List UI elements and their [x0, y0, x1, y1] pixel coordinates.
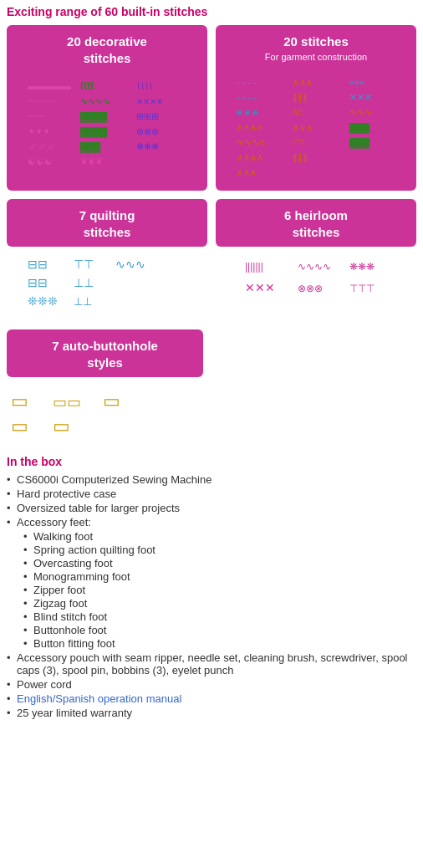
heirloom-card: 6 heirloomstitches: [216, 199, 416, 247]
quilting-icons: ⊟⊟ ⊤⊤ ∿∿∿ ⊟⊟ ⊥⊥ ❊❊❊ ⊥⊥: [7, 252, 207, 321]
svg-text:✕✕✕: ✕✕✕: [349, 92, 372, 102]
svg-text:⊟⊟: ⊟⊟: [28, 276, 48, 289]
decorative-title: 20 decorativestitches: [13, 33, 201, 66]
svg-text:∧∧∧: ∧∧∧: [237, 167, 257, 177]
svg-text:⊥⊥: ⊥⊥: [74, 295, 92, 308]
accessory-feet-list: Walking foot Spring action quilting foot…: [17, 530, 416, 650]
svg-text:▭: ▭: [53, 416, 70, 437]
svg-text:▓▓▓: ▓▓▓: [349, 122, 370, 134]
svg-text:⊞⊞⊞: ⊞⊞⊞: [136, 111, 159, 121]
buttonhole-icons: ▭ ▭▭ ▭ ▭ ▭: [7, 385, 416, 447]
svg-text:⊟⊟: ⊟⊟: [28, 258, 48, 271]
in-the-box-title: In the box: [7, 455, 416, 468]
quilting-card: 7 quiltingstitches: [7, 199, 207, 247]
garment-svg: - - - - - - - - ≡ ≡ ≡ ∧∧∧∧ ∿∿∿∿ ∧∧∧∧ ∧∧∧…: [222, 69, 410, 177]
box-items-list: CS6000i Computerized Sewing Machine Hard…: [7, 473, 416, 719]
heirloom-svg: ||||||| ∿∿∿∿ ❋❋❋ ✕✕✕ ⊗⊗⊗ ⊤⊤⊤: [216, 252, 416, 319]
garment-subtitle: For garment construction: [222, 52, 410, 62]
svg-text:⊥⊥: ⊥⊥: [74, 276, 94, 289]
main-heading: Exciting range of 60 built-in stitches: [7, 5, 416, 18]
box-item-accessory-feet: Accessory feet: Walking foot Spring acti…: [7, 516, 416, 650]
svg-text:∿∿∿: ∿∿∿: [115, 258, 145, 271]
bottom-stitch-grid: 7 quiltingstitches ⊟⊟ ⊤⊤ ∿∿∿ ⊟⊟ ⊥⊥ ❊❊❊ ⊥…: [7, 199, 416, 321]
svg-text:∥∥∥: ∥∥∥: [293, 92, 308, 103]
svg-text:▓▓▓▓: ▓▓▓▓: [80, 126, 108, 138]
svg-text:▓▓▓: ▓▓▓: [349, 137, 370, 149]
svg-text:⌭⌭⌭: ⌭⌭⌭: [28, 141, 56, 151]
heirloom-section: 6 heirloomstitches ||||||| ∿∿∿∿ ❋❋❋ ✕✕✕ …: [216, 199, 416, 321]
svg-text:∧∧∧: ∧∧∧: [293, 77, 313, 87]
svg-text:✕✕✕: ✕✕✕: [245, 281, 275, 294]
garment-icons: - - - - - - - - ≡ ≡ ≡ ∧∧∧∧ ∿∿∿∿ ∧∧∧∧ ∧∧∧…: [222, 69, 410, 180]
svg-text:≡ ≡ ≡: ≡ ≡ ≡: [237, 107, 257, 117]
svg-text:∧∧∧∧: ∧∧∧∧: [237, 152, 263, 162]
quilting-svg: ⊟⊟ ⊤⊤ ∿∿∿ ⊟⊟ ⊥⊥ ❊❊❊ ⊥⊥: [7, 252, 207, 319]
foot-spring-action: Spring action quilting foot: [33, 544, 416, 556]
foot-zipper: Zipper foot: [33, 584, 416, 596]
svg-text:⊗⊗⊗: ⊗⊗⊗: [298, 283, 323, 294]
svg-text:▭▭: ▭▭: [53, 394, 81, 411]
svg-text:∿∿∿∿: ∿∿∿∿: [298, 261, 331, 273]
foot-overcasting: Overcasting foot: [33, 557, 416, 569]
foot-button-fitting: Button fitting foot: [33, 637, 416, 650]
svg-text:«««: «««: [349, 77, 364, 87]
svg-text:⊗⊗⊗: ⊗⊗⊗: [136, 126, 159, 136]
decorative-icons: ▬▬▬▬ ℓℓℓℓ ⌇⌇⌇⌇ 〰〰〰 ∿∿∿∿ ✕✕✕✕ ~~~ ▓▓▓▓ ⊞⊞…: [13, 73, 201, 184]
buttonhole-svg: ▭ ▭▭ ▭ ▭ ▭: [7, 385, 174, 444]
page-wrapper: Exciting range of 60 built-in stitches 2…: [0, 0, 423, 726]
svg-text:☯☯☯: ☯☯☯: [28, 156, 53, 166]
foot-walking: Walking foot: [33, 530, 416, 543]
svg-text:∿∿∿∿: ∿∿∿∿: [237, 137, 267, 147]
svg-text:∧∧∧∧: ∧∧∧∧: [237, 122, 263, 132]
svg-text:- - - -: - - - -: [237, 77, 257, 87]
box-item-pouch: Accessory pouch with seam ripper, needle…: [7, 651, 416, 677]
svg-text:⊤⊤⊤: ⊤⊤⊤: [349, 283, 375, 294]
svg-text:✕✕✕✕: ✕✕✕✕: [136, 97, 163, 106]
buttonhole-card: 7 auto-buttonholestyles: [7, 329, 203, 377]
garment-title: 20 stitches: [222, 33, 410, 50]
svg-text:▭: ▭: [11, 391, 28, 411]
quilting-title: 7 quiltingstitches: [13, 207, 201, 240]
box-item-manual: English/Spanish operation manual: [7, 692, 416, 705]
svg-text:▭: ▭: [103, 391, 120, 411]
svg-text:/""\: /""\: [293, 137, 305, 147]
svg-text:✦✦✦: ✦✦✦: [28, 126, 50, 136]
svg-text:❦❦❦: ❦❦❦: [80, 156, 103, 166]
svg-text:▬▬▬▬: ▬▬▬▬: [28, 79, 71, 92]
box-item-warranty: 25 year limited warranty: [7, 707, 416, 719]
box-item-machine: CS6000i Computerized Sewing Machine: [7, 473, 416, 486]
svg-text:/\/\: /\/\: [293, 107, 303, 117]
foot-monogramming: Monogramming foot: [33, 570, 416, 583]
svg-text:〰〰〰: 〰〰〰: [28, 96, 55, 106]
buttonhole-title: 7 auto-buttonholestyles: [13, 338, 196, 370]
box-item-table: Oversized table for larger projects: [7, 502, 416, 514]
heirloom-title: 6 heirloomstitches: [222, 207, 410, 240]
top-stitch-grid: 20 decorativestitches ▬▬▬▬ ℓℓℓℓ ⌇⌇⌇⌇ 〰〰〰…: [7, 25, 416, 191]
svg-text:⊤⊤: ⊤⊤: [74, 258, 94, 271]
svg-text:❋❋❋: ❋❋❋: [136, 141, 159, 151]
box-item-power-cord: Power cord: [7, 678, 416, 691]
svg-text:∿∿∿: ∿∿∿: [349, 107, 372, 117]
box-item-case: Hard protective case: [7, 488, 416, 500]
svg-text:|||||||: |||||||: [245, 261, 263, 273]
garment-stitches-card: 20 stitches For garment construction - -…: [216, 25, 416, 191]
svg-text:∧∨∧: ∧∨∧: [293, 122, 313, 132]
svg-text:~~~: ~~~: [28, 111, 43, 121]
svg-text:▓▓▓: ▓▓▓: [80, 141, 101, 153]
svg-text:- - - -: - - - -: [237, 92, 257, 102]
foot-zigzag: Zigzag foot: [33, 597, 416, 610]
quilting-section: 7 quiltingstitches ⊟⊟ ⊤⊤ ∿∿∿ ⊟⊟ ⊥⊥ ❊❊❊ ⊥…: [7, 199, 207, 321]
svg-text:❋❋❋: ❋❋❋: [349, 261, 375, 273]
svg-text:❊❊❊: ❊❊❊: [28, 294, 58, 308]
heirloom-icons: ||||||| ∿∿∿∿ ❋❋❋ ✕✕✕ ⊗⊗⊗ ⊤⊤⊤: [216, 252, 416, 321]
svg-text:⌇⌇⌇⌇: ⌇⌇⌇⌇: [136, 81, 153, 91]
decorative-stitches-card: 20 decorativestitches ▬▬▬▬ ℓℓℓℓ ⌇⌇⌇⌇ 〰〰〰…: [7, 25, 207, 191]
svg-text:∥∥∥: ∥∥∥: [293, 152, 308, 163]
in-the-box-section: In the box CS6000i Computerized Sewing M…: [7, 455, 416, 719]
svg-text:ℓℓℓℓ: ℓℓℓℓ: [80, 79, 95, 92]
buttonhole-section: 7 auto-buttonholestyles ▭ ▭▭ ▭ ▭ ▭: [7, 329, 416, 447]
foot-buttonhole: Buttonhole foot: [33, 624, 416, 636]
foot-blind-stitch: Blind stitch foot: [33, 610, 416, 623]
decorative-svg: ▬▬▬▬ ℓℓℓℓ ⌇⌇⌇⌇ 〰〰〰 ∿∿∿∿ ✕✕✕✕ ~~~ ▓▓▓▓ ⊞⊞…: [13, 73, 201, 181]
svg-text:▭: ▭: [11, 416, 28, 437]
